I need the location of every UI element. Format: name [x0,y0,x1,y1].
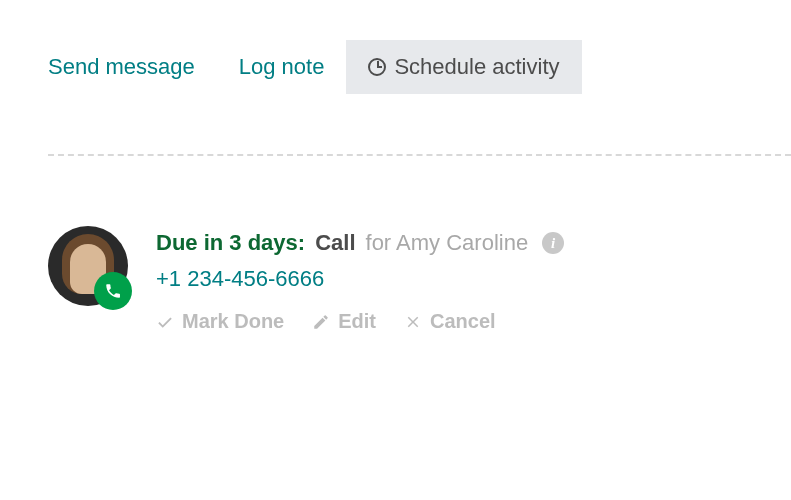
edit-button[interactable]: Edit [312,310,376,333]
phone-number: +1 234-456-6666 [156,266,324,291]
activity-assignee: for Amy Caroline [366,230,529,256]
tab-label: Log note [239,54,325,80]
info-icon[interactable]: i [542,232,564,254]
tab-send-message[interactable]: Send message [48,40,217,94]
avatar-wrap [48,226,128,306]
message-tabs: Send message Log note Schedule activity [48,40,791,94]
due-label: Due in 3 days: [156,230,305,256]
pencil-icon [312,313,330,331]
action-label: Mark Done [182,310,284,333]
divider [48,154,791,156]
tab-log-note[interactable]: Log note [217,40,347,94]
activity-item: Due in 3 days: Call for Amy Caroline i +… [48,226,791,333]
cancel-button[interactable]: Cancel [404,310,496,333]
mark-done-button[interactable]: Mark Done [156,310,284,333]
activity-actions: Mark Done Edit Cancel [156,310,564,333]
activity-body: Due in 3 days: Call for Amy Caroline i +… [156,226,564,333]
phone-badge-icon [94,272,132,310]
phone-link[interactable]: +1 234-456-6666 [156,266,564,292]
close-icon [404,313,422,331]
activity-type: Call [315,230,355,256]
action-label: Edit [338,310,376,333]
tab-label: Schedule activity [394,54,559,80]
clock-icon [368,58,386,76]
activity-summary: Due in 3 days: Call for Amy Caroline i [156,230,564,256]
tab-schedule-activity[interactable]: Schedule activity [346,40,581,94]
tab-label: Send message [48,54,195,80]
check-icon [156,313,174,331]
action-label: Cancel [430,310,496,333]
